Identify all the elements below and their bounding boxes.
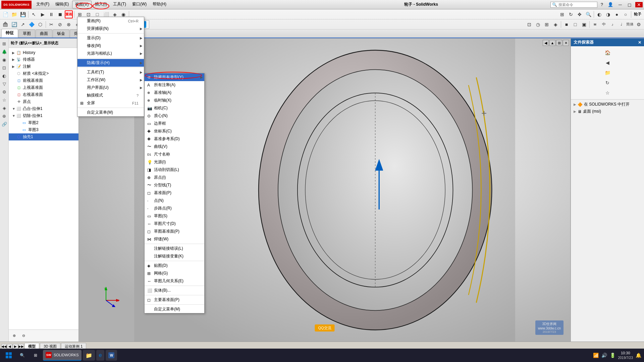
taskbar-explorer-btn[interactable]: 📁 (83, 350, 95, 361)
tree-node-history[interactable]: ▶ 📋 History (9, 49, 78, 56)
tb-select[interactable]: ↖ (30, 10, 38, 18)
menu-fullscreen[interactable]: ⊞ 全屏 F11 (77, 99, 144, 107)
hs-ref-coord[interactable]: ✚ 基准参考系(D) (145, 135, 204, 143)
rtree-item-desktop[interactable]: ▶ 🖥 桌面 (msi) (572, 108, 643, 115)
tree-node-material[interactable]: ▶ ⬡ 材质 <未指定> (9, 70, 78, 77)
tb-display3[interactable]: ▣ (580, 20, 588, 28)
hs-sketch-relations[interactable]: ↔ 草图几何关系(E) (145, 277, 204, 285)
hs-all-annotations[interactable]: A 所有注释(A) (145, 81, 204, 89)
tb-render2[interactable]: ◑ (604, 10, 612, 18)
hs-bounding-box[interactable]: ▭ 边界框 (145, 120, 204, 127)
tb-rebuild[interactable]: 重画 (65, 10, 73, 18)
tree-node-sketch3[interactable]: ▶ ▭ 草图3 (9, 126, 78, 133)
rb-home[interactable]: 🏠 (603, 48, 612, 57)
hs-origin[interactable]: ⊕ 原点(I) (145, 174, 204, 181)
tree-node-sketch2[interactable]: ▶ ▭ 草图2 (9, 119, 78, 126)
tree-node-shell1[interactable]: ▶ ⬡ 抽壳1 (9, 133, 78, 140)
hs-sketch-plane[interactable]: ◻ 草图基准面(P) (145, 228, 204, 235)
tb-right3[interactable]: ⊞ (543, 20, 551, 28)
taskbar-word-btn[interactable]: W (106, 350, 117, 361)
search-box[interactable]: 🔍 (550, 2, 597, 8)
rb-folder[interactable]: 📁 (603, 68, 612, 77)
left-icon-s4[interactable]: ⊕ (1, 112, 8, 120)
notification-icon[interactable]: 🔔 (636, 353, 641, 358)
tb-pause[interactable]: ⏸ (47, 10, 55, 18)
taskbar-edge-btn[interactable]: e (96, 350, 105, 361)
menu-view[interactable]: 视图(V) (72, 1, 92, 8)
hs-sketch-dims[interactable]: ↔ 草图尺寸(D) (145, 220, 204, 228)
tab-sheet-metal[interactable]: 钣金 (53, 29, 69, 38)
hs-axis[interactable]: ⊕ 基准轴(A) (145, 89, 204, 97)
hs-plane[interactable]: ◻ 基准面(P) (145, 189, 204, 197)
menu-display[interactable]: 显示(D) ▶ (77, 34, 144, 42)
hs-welds[interactable]: ⋈ 焊缝(W) (145, 235, 204, 243)
tb-render3[interactable]: ● (613, 10, 621, 18)
tb-sweep[interactable]: ↗ (19, 20, 27, 28)
rb-star[interactable]: ☆ (603, 88, 612, 97)
tree-node-top-plane[interactable]: ▶ ◻ 上视基准面 (9, 84, 78, 91)
tb-new[interactable]: 📄 (1, 10, 9, 18)
tree-node-annotation[interactable]: ▶ 📝 注解 (9, 63, 78, 70)
tab-feature[interactable]: 特征 (1, 29, 18, 38)
tb-cut-revolve[interactable]: ⊘ (56, 20, 64, 28)
left-icon-s3[interactable]: ◈ (1, 104, 8, 112)
left-icon-s5[interactable]: 🔗 (1, 120, 8, 128)
hs-decals[interactable]: ◈ 贴图(D) (145, 262, 204, 269)
menu-modify[interactable]: 修改(M) ▶ (77, 42, 144, 50)
menu-edit[interactable]: 编辑(E) (53, 1, 71, 8)
tb-gear-settings[interactable]: ⚙ (635, 20, 643, 28)
hs-coord-system[interactable]: ✚ 坐标系(C) (145, 127, 204, 135)
tb-display2[interactable]: □ (571, 20, 579, 28)
hs-annotation-errors[interactable]: 注解链接错误(L) (145, 245, 204, 252)
menu-lights-cameras[interactable]: 光源与相机(L) ▶ (77, 50, 144, 57)
tb-play[interactable]: ▶ (39, 10, 47, 18)
search-input[interactable] (558, 3, 596, 7)
rb-back[interactable]: ◀ (603, 58, 612, 67)
tb-pan[interactable]: ✥ (576, 10, 584, 18)
vp-expand-up[interactable]: ▲ (549, 40, 555, 46)
menu-file[interactable]: 文件(F) (34, 1, 52, 8)
menu-toolbar[interactable]: 工具栏(T) ▶ (77, 68, 144, 76)
taskbar-solidworks-btn[interactable]: SW SOLIDWORKS (43, 350, 82, 361)
battery-icon[interactable]: 🔋 (610, 353, 615, 358)
hs-point[interactable]: · 点(N) (145, 197, 204, 204)
menu-custom-menu[interactable]: 自定义菜单(M) (77, 109, 144, 116)
hs-grid[interactable]: ⊞ 网格(G) (145, 269, 204, 277)
menu-help[interactable]: 帮助(H) (150, 1, 169, 8)
menu-workspace[interactable]: 工作区(W) ▶ (77, 76, 144, 84)
tree-node-boss-extrude1[interactable]: ▼ ⬜ 凸台-拉伸1 (9, 105, 78, 112)
tab-surface[interactable]: 曲面 (36, 29, 52, 38)
tree-node-cut-extrude1[interactable]: ▼ ⬜ 切除-拉伸1 (9, 112, 78, 119)
hs-primary-planes[interactable]: ◻ 主要基准面(P) (145, 296, 204, 304)
tb-cut-sweep[interactable]: ⊗ (65, 20, 73, 28)
rb-refresh[interactable]: ↻ (603, 78, 612, 87)
vp-maximize[interactable]: ⊞ (556, 40, 562, 46)
left-icon-s2[interactable]: ☆ (1, 96, 8, 104)
vp-close[interactable]: ✕ (563, 40, 569, 46)
tb-revolve[interactable]: 🔄 (10, 20, 18, 28)
rtree-item-solidworks[interactable]: ▶ 🔶 在 SOLIDWORKS 中打开 (572, 101, 643, 108)
close-button[interactable]: ✕ (635, 2, 643, 7)
tb-open[interactable]: 📁 (10, 10, 18, 18)
tab-sketch[interactable]: 草图 (18, 29, 35, 38)
hs-sketch[interactable]: ▭ 草图(S) (145, 212, 204, 220)
menu-insert[interactable]: 插入(I) (92, 1, 109, 8)
hs-bodies[interactable]: ⬜ 实体(B)... (145, 287, 204, 294)
network-icon[interactable]: 📶 (593, 353, 599, 358)
system-clock[interactable]: 10:30 2019/7/23 (618, 351, 633, 360)
tb-boundary[interactable]: ⬡ (36, 20, 44, 28)
hs-annotation-variables[interactable]: 注解链接变量(K) (145, 252, 204, 260)
tb-right2[interactable]: ◷ (534, 20, 542, 28)
tb-right4[interactable]: ◈ (551, 20, 559, 28)
tb-extrude[interactable] (1, 20, 9, 28)
hs-com[interactable]: ⊙ 质心(N) (145, 112, 204, 120)
left-icon-appearance[interactable]: ◐ (1, 72, 8, 79)
hs-custom-menu2[interactable]: 自定义菜单(M) (145, 305, 204, 313)
vp-expand-left[interactable]: ◀ (543, 40, 549, 46)
minimize-button[interactable]: ─ (616, 2, 624, 7)
tree-node-right-plane[interactable]: ▶ ◻ 右视基准面 (9, 91, 78, 98)
start-button[interactable] (3, 349, 15, 361)
hs-temp-axis[interactable]: ⊕ 临时轴(X) (145, 97, 204, 104)
restore-button[interactable]: ◻ (626, 2, 633, 7)
hs-route-points[interactable]: · 步路点(R) (145, 204, 204, 212)
